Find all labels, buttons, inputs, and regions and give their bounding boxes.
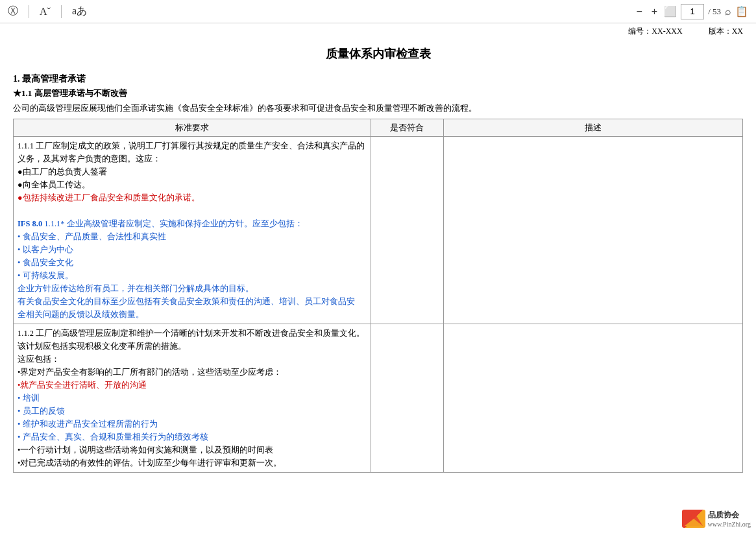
row2-item4: • 维护和改进产品安全过程所需的行为 bbox=[18, 420, 158, 429]
sub1-desc: 公司的高级管理层应展现他们全面承诺实施《食品安全全球标准》的各项要求和可促进食品… bbox=[13, 102, 743, 115]
row1-item3: • 食品安全文化 bbox=[18, 258, 73, 267]
separator-2 bbox=[61, 5, 62, 18]
row2-text-4: •一个行动计划，说明这些活动将如何实施和测量，以及预期的时间表 bbox=[18, 445, 273, 455]
row2-text-5: •对已完成活动的有效性的评估。计划应至少每年进行评审和更新一次。 bbox=[18, 458, 282, 468]
row1-standard-cell: 1.1.1 工厂应制定成文的政策，说明工厂打算履行其按规定的质量生产安全、合法和… bbox=[14, 137, 371, 324]
row2-text-1: 1.1.2 工厂的高级管理层应制定和维护一个清晰的计划来开发和不断改进食品安全和… bbox=[18, 329, 365, 351]
row2-standard-cell: 1.1.2 工厂的高级管理层应制定和维护一个清晰的计划来开发和不断改进食品安全和… bbox=[14, 324, 371, 473]
col-header-standard: 标准要求 bbox=[14, 119, 371, 137]
toolbar: Ⓧ Aˇ aあ − + ⬜ 1 / 53 ⌕ 📋 bbox=[0, 0, 756, 23]
row1-text-1: 1.1.1 工厂应制定成文的政策，说明工厂打算履行其按规定的质量生产安全、合法和… bbox=[18, 141, 365, 163]
audit-table: 标准要求 是否符合 描述 1.1.1 工厂应制定成文的政策，说明工厂打算履行其按… bbox=[13, 119, 743, 473]
document-area: 编号：XX-XXX 版本：XX 质量体系内审检查表 1. 最高管理者承诺 ★1.… bbox=[0, 23, 756, 482]
text-aa-icon[interactable]: aあ bbox=[72, 5, 87, 18]
zoom-in-button[interactable]: + bbox=[649, 6, 660, 18]
doc-body: 质量体系内审检查表 1. 最高管理者承诺 ★1.1 高层管理承诺与不断改善 公司… bbox=[0, 38, 756, 482]
logo-icon bbox=[682, 510, 705, 528]
row1-content: 1.1.1 工厂应制定成文的政策，说明工厂打算履行其按规定的质量生产安全、合法和… bbox=[18, 139, 367, 321]
row2-comply-cell[interactable] bbox=[371, 324, 443, 473]
row1-text-2: ●由工厂的总负责人签署 bbox=[18, 167, 107, 176]
separator-1 bbox=[29, 5, 29, 18]
doc-header-info: 编号：XX-XXX 版本：XX bbox=[0, 23, 756, 38]
row2-content: 1.1.2 工厂的高级管理层应制定和维护一个清晰的计划来开发和不断改进食品安全和… bbox=[18, 327, 367, 469]
page-separator: / 53 bbox=[708, 6, 721, 17]
row2-item3: • 员工的反馈 bbox=[18, 407, 65, 416]
fit-page-icon[interactable]: ⬜ bbox=[664, 5, 677, 18]
table-row: 1.1.1 工厂应制定成文的政策，说明工厂打算履行其按规定的质量生产安全、合法和… bbox=[14, 137, 743, 324]
row2-text-3: •界定对产品安全有影响的工厂所有部门的活动，这些活动至少应考虑： bbox=[18, 368, 282, 377]
table-row: 1.1.2 工厂的高级管理层应制定和维护一个清晰的计划来开发和不断改进食品安全和… bbox=[14, 324, 743, 473]
row1-item4: • 可持续发展。 bbox=[18, 271, 73, 280]
page-navigation: − + ⬜ 1 / 53 ⌕ 📋 bbox=[633, 4, 748, 19]
doc-code: 编号：XX-XXX bbox=[628, 26, 682, 37]
page-number-input[interactable]: 1 bbox=[681, 4, 704, 19]
section1-heading: 1. 最高管理者承诺 bbox=[13, 73, 743, 85]
row1-item1: • 食品安全、产品质量、合法性和真实性 bbox=[18, 232, 166, 241]
logo-area: 品质协会 www.PinZhi.org bbox=[682, 510, 751, 528]
row1-comply-cell[interactable] bbox=[371, 137, 443, 324]
row2-text-2: 这应包括： bbox=[18, 355, 60, 364]
text-icon[interactable]: Ⓧ bbox=[8, 5, 18, 18]
row1-policy-text: 企业方针应传达给所有员工，并在相关部门分解成具体的目标。 bbox=[18, 284, 254, 293]
doc-title: 质量体系内审检查表 bbox=[13, 41, 743, 69]
zoom-out-button[interactable]: − bbox=[633, 6, 644, 18]
row1-text-4: ●包括持续改进工厂食品安全和质量文化的承诺。 bbox=[18, 193, 200, 202]
row1-text-3: ●向全体员工传达。 bbox=[18, 180, 90, 189]
subsection1-1-heading: ★1.1 高层管理承诺与不断改善 bbox=[13, 88, 743, 99]
row1-culture-text1: 有关食品安全文化的目标至少应包括有关食品安全政策和责任的沟通、培训、员工对食品安 bbox=[18, 297, 355, 306]
logo-url: www.PinZhi.org bbox=[708, 521, 751, 528]
row1-culture-text2: 全相关问题的反馈以及绩效衡量。 bbox=[18, 310, 144, 319]
row2-item1: •就产品安全进行清晰、开放的沟通 bbox=[18, 381, 147, 390]
col-header-desc: 描述 bbox=[444, 119, 743, 137]
search-icon[interactable]: ⌕ bbox=[725, 6, 731, 18]
row2-desc-cell[interactable] bbox=[444, 324, 743, 473]
logo-text: 品质协会 www.PinZhi.org bbox=[708, 510, 751, 528]
logo-name: 品质协会 bbox=[708, 510, 751, 521]
row1-item2: • 以客户为中心 bbox=[18, 245, 73, 254]
row2-item2: • 培训 bbox=[18, 394, 40, 403]
row1-ifs-label: IFS 8.0 bbox=[18, 219, 42, 228]
row1-ifs-text: 1.1.1* 企业高级管理者应制定、实施和保持企业的方针。应至少包括： bbox=[44, 219, 302, 228]
font-icon[interactable]: Aˇ bbox=[40, 6, 51, 18]
doc-version: 版本：XX bbox=[709, 26, 743, 37]
row1-desc-cell[interactable] bbox=[444, 137, 743, 324]
export-icon[interactable]: 📋 bbox=[735, 5, 748, 18]
col-header-comply: 是否符合 bbox=[371, 119, 443, 137]
row2-item5: • 产品安全、真实、合规和质量相关行为的绩效考核 bbox=[18, 432, 208, 442]
